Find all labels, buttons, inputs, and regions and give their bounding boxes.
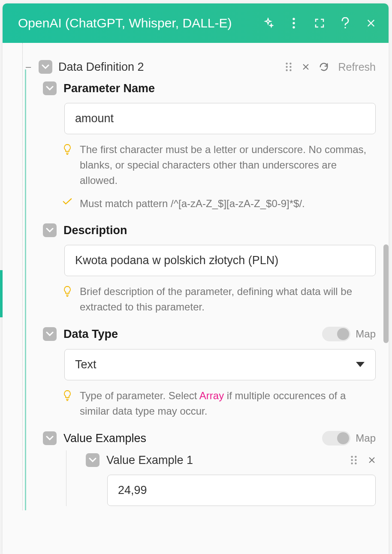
validation-row: Must match pattern /^[a-zA-Z_$][a-zA-Z_$… — [63, 196, 376, 211]
value-example-title: Value Example 1 — [106, 454, 343, 467]
section-actions: Refresh — [285, 61, 376, 73]
collapse-toggle[interactable] — [43, 327, 57, 341]
hint-array-link[interactable]: Array — [199, 390, 224, 401]
drag-handle-icon[interactable] — [285, 62, 292, 72]
description-input[interactable] — [64, 245, 376, 276]
hint-pre: Type of parameter. Select — [80, 390, 199, 401]
svg-point-15 — [355, 463, 356, 464]
field-label: Parameter Name — [63, 82, 155, 95]
collapse-toggle[interactable] — [86, 453, 100, 467]
parameter-name-field: Parameter Name The first character must … — [25, 81, 376, 223]
svg-point-12 — [351, 459, 353, 461]
svg-point-14 — [351, 463, 353, 464]
close-icon[interactable] — [365, 18, 377, 29]
help-icon[interactable] — [340, 18, 351, 29]
tree-line — [66, 451, 66, 506]
svg-point-0 — [292, 18, 295, 20]
map-label: Map — [356, 432, 376, 444]
refresh-button[interactable]: Refresh — [338, 61, 376, 73]
more-vertical-icon[interactable] — [288, 18, 299, 29]
svg-point-2 — [292, 26, 295, 28]
collapse-toggle[interactable] — [39, 60, 52, 74]
hint-row: The first character must be a letter or … — [63, 142, 376, 188]
lightbulb-icon — [63, 390, 72, 399]
svg-point-3 — [344, 27, 346, 29]
header-actions — [262, 18, 377, 29]
hint-text: Brief description of the parameter, defi… — [80, 284, 376, 315]
check-icon — [63, 198, 72, 207]
lightbulb-icon — [63, 144, 72, 153]
map-label: Map — [356, 328, 376, 340]
collapse-toggle[interactable] — [43, 223, 57, 237]
sparkle-icon[interactable] — [262, 18, 274, 29]
expand-icon[interactable] — [314, 18, 325, 29]
data-type-select[interactable]: Text — [64, 349, 376, 380]
caret-down-icon — [356, 361, 365, 369]
section-title: Data Definition 2 — [58, 60, 279, 74]
collapse-toggle[interactable] — [43, 431, 57, 445]
map-toggle[interactable] — [322, 431, 350, 446]
collapse-toggle[interactable] — [43, 81, 57, 95]
panel-title: OpenAI (ChatGPT, Whisper, DALL-E) — [18, 16, 262, 30]
value-examples-field: Value Examples Map Value Example 1 — [25, 431, 376, 510]
data-type-field: Data Type Map Text — [25, 327, 376, 431]
svg-point-9 — [290, 69, 292, 71]
value-example-item: Value Example 1 — [64, 453, 376, 506]
map-toggle[interactable] — [322, 327, 350, 341]
remove-icon[interactable] — [302, 63, 310, 71]
config-panel: OpenAI (ChatGPT, Whisper, DALL-E) — [3, 3, 389, 554]
panel-header: OpenAI (ChatGPT, Whisper, DALL-E) — [3, 3, 389, 43]
panel-content: – Data Definition 2 Refresh — [3, 43, 389, 510]
svg-point-8 — [286, 69, 288, 71]
tree-line — [25, 69, 26, 510]
section-header: – Data Definition 2 Refresh — [25, 47, 376, 81]
hint-text: Type of parameter. Select Array if multi… — [80, 388, 376, 419]
map-toggle-group: Map — [322, 327, 376, 341]
hint-row: Brief description of the parameter, defi… — [63, 284, 376, 315]
remove-icon[interactable] — [368, 456, 376, 464]
data-definition-section: – Data Definition 2 Refresh — [22, 47, 376, 510]
validation-text: Must match pattern /^[a-zA-Z_$][a-zA-Z_$… — [80, 196, 305, 211]
select-value: Text — [64, 349, 376, 380]
svg-point-5 — [290, 63, 292, 64]
svg-point-6 — [286, 66, 288, 68]
description-field: Description Brief description of the par… — [25, 223, 376, 327]
scrollbar-thumb[interactable] — [383, 244, 389, 343]
map-toggle-group: Map — [322, 431, 376, 446]
svg-point-1 — [292, 22, 295, 24]
refresh-icon[interactable] — [319, 62, 329, 72]
value-example-input[interactable] — [107, 475, 376, 506]
svg-point-7 — [290, 66, 292, 68]
field-label: Data Type — [63, 328, 118, 341]
svg-point-4 — [286, 63, 288, 64]
field-label: Value Examples — [63, 432, 146, 445]
parameter-name-input[interactable] — [64, 103, 376, 134]
field-label: Description — [63, 224, 127, 237]
svg-point-11 — [355, 456, 356, 458]
drag-handle-icon[interactable] — [350, 455, 358, 465]
svg-point-13 — [355, 459, 356, 461]
svg-point-10 — [351, 456, 353, 458]
hint-row: Type of parameter. Select Array if multi… — [63, 388, 376, 419]
hint-text: The first character must be a letter or … — [80, 142, 376, 188]
lightbulb-icon — [63, 286, 72, 295]
